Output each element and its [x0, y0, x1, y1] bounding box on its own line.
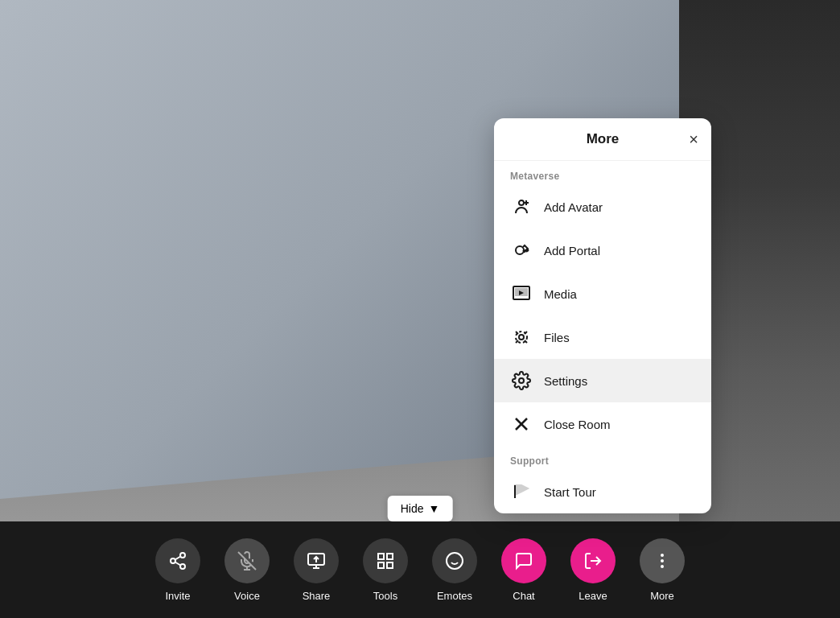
invite-label: Invite: [165, 590, 190, 602]
menu-item-add-portal[interactable]: Add Portal: [494, 229, 711, 272]
chat-label: Chat: [513, 590, 534, 602]
svg-point-22: [180, 564, 185, 569]
share-label: Share: [303, 590, 331, 602]
svg-point-9: [519, 335, 524, 340]
svg-line-23: [175, 562, 181, 565]
svg-rect-33: [387, 554, 393, 559]
close-room-icon: [510, 413, 533, 435]
svg-rect-34: [378, 562, 384, 568]
media-label: Media: [544, 287, 577, 301]
add-avatar-label: Add Avatar: [544, 200, 603, 214]
leave-label: Leave: [579, 590, 607, 602]
menu-item-start-tour[interactable]: Start Tour: [494, 470, 711, 513]
toolbar-item-emotes[interactable]: Emotes: [426, 538, 483, 602]
files-icon: [510, 326, 533, 348]
share-icon: [168, 551, 187, 571]
screen-share-icon: [307, 551, 326, 571]
hide-button[interactable]: Hide ▼: [388, 496, 453, 521]
svg-line-24: [175, 556, 181, 559]
menu-item-settings[interactable]: Settings: [494, 359, 711, 402]
emoji-icon: [445, 551, 464, 571]
menu-item-media[interactable]: Media: [494, 272, 711, 315]
add-portal-label: Add Portal: [544, 244, 600, 258]
svg-point-21: [171, 558, 175, 563]
media-icon: [510, 282, 533, 305]
emotes-label: Emotes: [437, 590, 472, 602]
voice-button[interactable]: [224, 538, 270, 583]
grid-icon: [376, 551, 395, 571]
hide-chevron-icon: ▼: [428, 502, 439, 515]
toolbar-item-share[interactable]: Share: [288, 538, 344, 602]
dots-icon: [653, 551, 672, 571]
svg-point-0: [519, 200, 524, 205]
more-popup-header: More ×: [494, 118, 711, 161]
chat-icon: [514, 551, 533, 571]
svg-rect-32: [378, 554, 384, 559]
svg-point-15: [519, 378, 524, 383]
svg-point-40: [661, 554, 664, 557]
more-popup-title: More: [587, 131, 620, 147]
leave-icon: [583, 551, 603, 571]
portal-icon: [510, 239, 533, 262]
more-button[interactable]: [640, 538, 685, 583]
tools-label: Tools: [373, 590, 397, 602]
menu-item-files[interactable]: Files: [494, 315, 711, 359]
section-label-metaverse: Metaverse: [494, 161, 711, 185]
more-label: More: [650, 590, 674, 602]
section-label-support: Support: [494, 446, 711, 470]
start-tour-label: Start Tour: [544, 485, 596, 499]
more-popup: More × Metaverse Add Avatar Add P: [494, 118, 711, 513]
toolbar-item-leave[interactable]: Leave: [565, 538, 621, 602]
bottom-toolbar: Invite Voice Share: [0, 521, 840, 618]
avatar-icon: [510, 196, 533, 218]
menu-item-close-room[interactable]: Close Room: [494, 402, 711, 446]
toolbar-item-more[interactable]: More: [634, 538, 690, 602]
svg-point-41: [661, 559, 664, 562]
svg-point-36: [447, 553, 463, 569]
more-popup-close-button[interactable]: ×: [689, 131, 698, 147]
tour-icon: [510, 480, 533, 503]
invite-button[interactable]: [155, 538, 200, 583]
toolbar-item-invite[interactable]: Invite: [150, 538, 206, 602]
toolbar-item-chat[interactable]: Chat: [496, 538, 552, 602]
hide-label: Hide: [401, 502, 424, 515]
chat-button[interactable]: [501, 538, 546, 583]
toolbar-item-tools[interactable]: Tools: [357, 538, 414, 602]
files-label: Files: [544, 331, 570, 344]
emotes-button[interactable]: [432, 538, 477, 583]
settings-label: Settings: [544, 374, 587, 388]
svg-point-42: [661, 565, 664, 568]
svg-rect-35: [387, 562, 393, 568]
settings-icon: [510, 369, 533, 392]
svg-line-13: [516, 340, 518, 343]
mic-off-icon: [237, 551, 257, 571]
share-button[interactable]: [294, 538, 339, 583]
menu-item-add-avatar[interactable]: Add Avatar: [494, 185, 711, 229]
toolbar-item-voice[interactable]: Voice: [219, 538, 275, 602]
tools-button[interactable]: [363, 538, 408, 583]
svg-point-20: [180, 553, 185, 558]
svg-marker-18: [515, 485, 528, 495]
svg-point-3: [516, 246, 524, 254]
leave-button[interactable]: [570, 538, 616, 583]
voice-label: Voice: [234, 590, 260, 602]
close-room-label: Close Room: [544, 418, 611, 431]
